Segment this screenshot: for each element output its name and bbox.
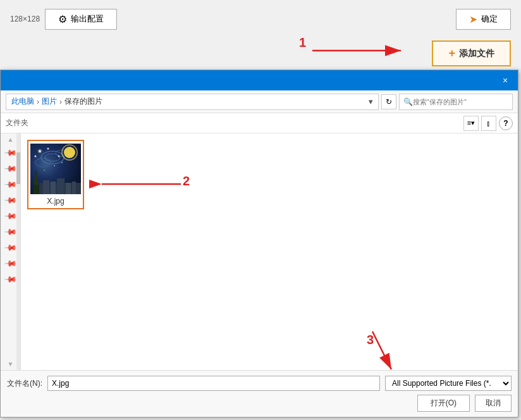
breadcrumb-item-pc[interactable]: 此电脑 [11, 96, 34, 107]
dialog-toolbar: 文件夹 ≡▾ ⫿ ? [1, 113, 518, 133]
svg-point-7 [64, 147, 75, 158]
refresh-button[interactable]: ↻ [381, 94, 396, 109]
svg-point-12 [58, 156, 60, 158]
svg-point-15 [54, 165, 55, 166]
close-icon: × [503, 75, 508, 85]
cancel-btn-label: 取消 [486, 398, 501, 407]
svg-point-13 [35, 156, 37, 158]
breadcrumb-item-pictures[interactable]: 图片 [42, 96, 57, 107]
file-label: X.jpg [47, 197, 64, 206]
cancel-button[interactable]: 取消 [475, 395, 512, 412]
plus-icon: + [448, 47, 455, 60]
dialog-close-button[interactable]: × [498, 73, 513, 88]
filename-input[interactable] [47, 376, 380, 391]
nav-collapse-icon: ▼ [8, 361, 14, 368]
search-input[interactable] [413, 98, 501, 106]
dialog-content: ▲ 📌 📌 📌 📌 📌 📌 📌 📌 📌 ▼ [1, 133, 518, 370]
annotation-1-number: 1 [299, 35, 306, 50]
svg-point-9 [39, 150, 41, 152]
confirm-button[interactable]: ➤ 确定 [456, 9, 511, 30]
file-area[interactable]: X.jpg 2 [21, 133, 518, 370]
breadcrumb-dropdown[interactable]: ▾ [369, 97, 373, 106]
dialog-titlebar: × [1, 70, 518, 90]
toolbar-label: 文件夹 [6, 118, 28, 128]
svg-line-28 [372, 331, 391, 369]
dialog-bottom: 3 文件名(N): All Supported Picture Files (*… [1, 370, 518, 417]
arrow-icon: ➤ [469, 13, 477, 25]
toolbar-right: ≡▾ ⫿ ? [463, 116, 513, 131]
topbar-right: ➤ 确定 [456, 9, 511, 30]
starry-night-thumbnail [30, 144, 81, 194]
app-topbar: 128×128 ⚙ 输出配置 ➤ 确定 [0, 0, 521, 38]
breadcrumb-item-saved: 保存的图片 [64, 96, 102, 107]
columns-view-icon: ⫿ [487, 120, 491, 127]
filename-label: 文件名(N): [7, 378, 42, 389]
annotation-2-area: 2 [89, 159, 190, 211]
add-file-section: 1 + 添加文件 [0, 38, 521, 71]
app-window: 128×128 ⚙ 输出配置 ➤ 确定 1 + 添加文件 [0, 0, 521, 420]
svg-point-11 [47, 148, 49, 150]
size-label: 128×128 [10, 15, 40, 23]
svg-point-14 [61, 162, 63, 163]
svg-rect-22 [57, 178, 64, 194]
svg-rect-23 [66, 183, 71, 194]
svg-rect-20 [43, 180, 49, 194]
svg-point-16 [44, 170, 45, 171]
annotation-2-arrow [89, 159, 190, 209]
search-icon: 🔍 [403, 97, 413, 106]
annotation-2-number: 2 [183, 174, 190, 188]
add-file-button[interactable]: + 添加文件 [432, 40, 511, 66]
annotation-3-number: 3 [367, 333, 374, 347]
nav-panel: ▲ 📌 📌 📌 📌 📌 📌 📌 📌 📌 ▼ [1, 133, 21, 370]
open-button[interactable]: 打开(O) [417, 395, 470, 412]
filename-row: 文件名(N): All Supported Picture Files (*. [7, 376, 512, 391]
search-box: 🔍 [399, 94, 513, 110]
gear-icon: ⚙ [58, 13, 67, 25]
svg-rect-21 [51, 182, 56, 194]
file-item-xjpg[interactable]: X.jpg [27, 140, 84, 209]
annotation-1-arrow [306, 38, 420, 63]
svg-rect-24 [72, 182, 76, 194]
scrollbar-track [16, 133, 20, 370]
config-btn-label: 输出配置 [71, 13, 104, 25]
help-button[interactable]: ? [499, 116, 513, 130]
dialog-addressbar: 此电脑 › 图片 › 保存的图片 ▾ ↻ 🔍 [1, 90, 518, 113]
breadcrumb-area: 此电脑 › 图片 › 保存的图片 ▾ [6, 94, 379, 110]
file-thumbnail [30, 144, 81, 194]
view-columns-button[interactable]: ⫿ [481, 116, 496, 131]
nav-expand-icon: ▲ [8, 136, 14, 143]
view-list-button[interactable]: ≡▾ [463, 116, 479, 131]
scrollbar-thumb[interactable] [16, 152, 20, 184]
confirm-btn-label: 确定 [481, 13, 498, 25]
config-button[interactable]: ⚙ 输出配置 [45, 9, 117, 30]
help-icon: ? [503, 119, 508, 128]
action-row: 打开(O) 取消 [7, 395, 512, 412]
refresh-icon: ↻ [386, 97, 392, 106]
list-view-icon: ≡▾ [467, 119, 475, 127]
open-btn-label: 打开(O) [431, 398, 457, 407]
topbar-left: 128×128 ⚙ 输出配置 [10, 9, 117, 30]
add-file-label: 添加文件 [459, 48, 494, 59]
file-dialog: × 此电脑 › 图片 › 保存的图片 ▾ ↻ 🔍 文件夹 [0, 70, 518, 417]
